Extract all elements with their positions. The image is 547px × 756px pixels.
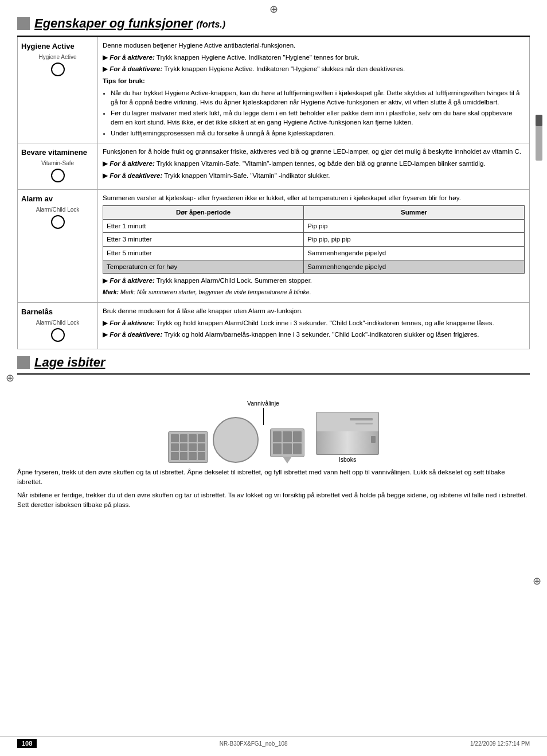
vitamin-content-cell: Funksjonen for å holde frukt og grønnsak… <box>98 143 530 190</box>
hygiene-label-sub: Hygiene Active <box>21 54 94 60</box>
alarm-row-3-col1: Etter 5 minutter <box>103 246 304 260</box>
alarm-row-3: Etter 5 minutter Sammenhengende pipelyd <box>103 246 525 260</box>
alarm-row-2-col2: Pip pip, pip pip <box>304 233 525 247</box>
alarm-col2-header: Summer <box>304 205 525 219</box>
barnelas-label-sub: Alarm/Child Lock <box>21 319 94 326</box>
hygiene-intro: Denne modusen betjener Hygiene Active an… <box>103 41 525 50</box>
alarm-row-3-col2: Sammenhengende pipelyd <box>304 246 525 260</box>
vitamin-label-cell: Bevare vitaminene Vitamin-Safe <box>18 143 98 190</box>
alarm-note: Merk: Merk: Når summeren starter, begynn… <box>103 288 525 297</box>
barnelas-label-title: Barnelås <box>21 307 94 316</box>
ice-tray-small-icon <box>270 428 304 457</box>
alarm-activate: ▶ For å aktivere: Trykk knappen Alarm/Ch… <box>103 276 525 286</box>
alarm-row-highlight: Temperaturen er for høy Sammenhengende p… <box>103 260 525 274</box>
feature-row-vitamin: Bevare vitaminene Vitamin-Safe Funksjone… <box>18 143 530 190</box>
ice-section-border <box>17 373 530 375</box>
vitamin-label-sub: Vitamin-Safe <box>21 160 94 166</box>
page-footer: 108 NR-B30FX&FG1_nob_108 1/22/2009 12:57… <box>0 736 547 750</box>
ice-bottom-text: Åpne fryseren, trekk ut den øvre skuffen… <box>17 467 530 510</box>
vitamin-label-title: Bevare vitaminene <box>21 148 94 157</box>
hygiene-content-cell: Denne modusen betjener Hygiene Active an… <box>98 37 530 143</box>
ice-tray-flat-icon <box>168 431 208 463</box>
crosshair-right-icon: ⊕ <box>533 575 541 587</box>
hygiene-deactivate: ▶ For å deaktivere: Trykk knappen Hygien… <box>103 64 525 74</box>
header-title-main: Egenskaper og funksjoner <box>34 16 193 30</box>
alarm-col1-header: Dør åpen-periode <box>103 205 304 219</box>
barnelas-label-cell: Barnelås Alarm/Child Lock <box>18 303 98 349</box>
alarm-highlight-col2: Sammenhengende pipelyd <box>304 260 525 274</box>
ice-tray-lid-icon: Vannivålinje <box>213 417 259 463</box>
hygiene-label-title: Hygiene Active <box>21 42 94 50</box>
feature-row-barnelas: Barnelås Alarm/Child Lock Bruk denne mod… <box>18 303 530 349</box>
features-table: Hygiene Active Hygiene Active Denne modu… <box>17 37 530 349</box>
alarm-table-header: Dør åpen-periode Summer <box>103 205 525 219</box>
hygiene-tips-list: Når du har trykket Hygiene Active-knappe… <box>111 88 525 138</box>
hygiene-tips-title: Tips for bruk: <box>103 76 525 86</box>
crosshair-left-icon: ⊕ <box>6 372 14 384</box>
barnelas-content-cell: Bruk denne modusen for å låse alle knapp… <box>98 303 530 349</box>
crosshair-top-icon: ⊕ <box>268 3 279 15</box>
alarm-circle-icon <box>51 215 65 229</box>
ice-box-icon <box>316 412 379 455</box>
ice-tray-group: Vannivålinje <box>168 417 259 463</box>
alarm-row-2: Etter 3 minutter Pip pip, pip pip <box>103 233 525 247</box>
ice-text-2: Når isbitene er ferdige, trekker du ut d… <box>17 490 530 511</box>
page-wrapper: ⊕ Egenskaper og funksjoner (forts.) Hygi… <box>0 0 547 756</box>
header-box-icon <box>17 17 30 30</box>
alarm-intro: Summeren varsler at kjøleskap- eller fry… <box>103 193 525 203</box>
barnelas-circle-icon <box>51 328 65 342</box>
barnelas-deactivate: ▶ For å deaktivere: Trykk og hold Alarm/… <box>103 330 525 340</box>
alarm-label-sub: Alarm/Child Lock <box>21 206 94 213</box>
alarm-label-cell: Alarm av Alarm/Child Lock <box>18 190 98 303</box>
vitamin-activate: ▶ For å aktivere: Trykk knappen Vitamin-… <box>103 159 525 169</box>
feature-row-hygiene: Hygiene Active Hygiene Active Denne modu… <box>18 37 530 143</box>
feature-row-alarm: Alarm av Alarm/Child Lock Summeren varsl… <box>18 190 530 303</box>
header-title: Egenskaper og funksjoner (forts.) <box>34 16 225 31</box>
isboks-label: Isboks <box>339 456 356 463</box>
ice-section-header: Lage isbiter <box>17 355 530 370</box>
hygiene-tip-2: Før du lagrer matvarer med sterk lukt, m… <box>111 108 525 127</box>
alarm-row-1-col2: Pip pip <box>304 219 525 233</box>
vitamin-deactivate: ▶ For å deaktivere: Trykk knappen Vitami… <box>103 171 525 181</box>
ice-images-area: Vannivålinje Isboks <box>17 388 530 463</box>
alarm-label-title: Alarm av <box>21 194 94 203</box>
hygiene-activate: ▶ For å aktivere: Trykk knappen Hygiene … <box>103 53 525 63</box>
alarm-inner-table: Dør åpen-periode Summer Etter 1 minutt P… <box>103 205 525 274</box>
page-header: Egenskaper og funksjoner (forts.) <box>17 16 530 31</box>
footer-file-info: NR-B30FX&FG1_nob_108 <box>220 741 288 747</box>
vitamin-intro: Funksjonen for å holde frukt og grønnsak… <box>103 147 525 157</box>
vitamin-circle-icon <box>51 169 65 182</box>
footer-date-info: 1/22/2009 12:57:14 PM <box>470 741 530 747</box>
hygiene-tip-1: Når du har trykket Hygiene Active-knappe… <box>111 88 525 107</box>
sidebar-scroll-thumb <box>536 115 542 126</box>
header-title-suffix: (forts.) <box>196 20 225 29</box>
alarm-content-cell: Summeren varsler at kjøleskap- eller fry… <box>98 190 530 303</box>
alarm-highlight-col1: Temperaturen er for høy <box>103 260 304 274</box>
water-label-line <box>263 408 264 425</box>
ice-box-group: Isboks <box>316 412 379 463</box>
hygiene-circle-icon <box>51 63 65 76</box>
alarm-row-1: Etter 1 minutt Pip pip <box>103 219 525 233</box>
hygiene-tip-3: Under luftfjerningsprosessen må du forsø… <box>111 128 525 138</box>
ice-section-title: Lage isbiter <box>34 355 105 370</box>
barnelas-intro: Bruk denne modusen for å låse alle knapp… <box>103 306 525 316</box>
ice-text-1: Åpne fryseren, trekk ut den øvre skuffen… <box>17 467 530 488</box>
alarm-row-1-col1: Etter 1 minutt <box>103 219 304 233</box>
page-number: 108 <box>17 739 37 748</box>
alarm-row-2-col1: Etter 3 minutter <box>103 233 304 247</box>
barnelas-activate: ▶ For å aktivere: Trykk og hold knappen … <box>103 318 525 328</box>
water-label: Vannivålinje <box>247 400 279 407</box>
ice-header-box-icon <box>17 356 30 369</box>
hygiene-label-cell: Hygiene Active Hygiene Active <box>18 37 98 143</box>
sidebar-right-indicator <box>536 115 542 161</box>
